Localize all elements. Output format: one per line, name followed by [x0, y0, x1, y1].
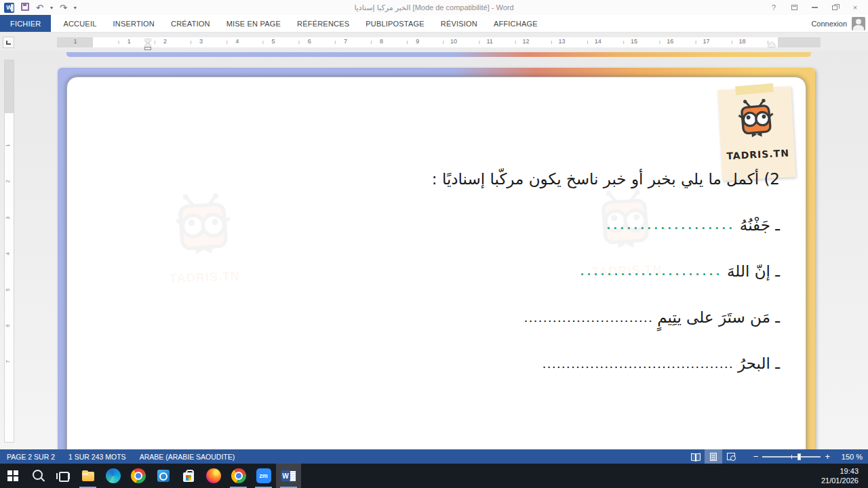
- windows-taskbar: zm W 19:43 21/01/2026: [0, 464, 868, 488]
- zoom-in-button[interactable]: +: [821, 452, 834, 461]
- zoom-slider-notch: [791, 455, 792, 459]
- undo-dropdown-arrow[interactable]: ▾: [50, 5, 53, 11]
- undo-button[interactable]: ↶: [36, 3, 43, 12]
- chrome[interactable]: [226, 464, 251, 488]
- store[interactable]: [176, 464, 201, 488]
- zoom-out-button[interactable]: −: [749, 452, 763, 461]
- left-indent-marker[interactable]: [144, 47, 151, 50]
- ruler-number: 7: [339, 38, 351, 45]
- close-button[interactable]: ×: [846, 1, 864, 14]
- outlook[interactable]: [151, 464, 176, 488]
- word-count[interactable]: 1 SUR 243 MOTS: [62, 453, 133, 461]
- redo-button[interactable]: ↷: [60, 3, 67, 12]
- ruler-margin-number: 1: [69, 38, 81, 45]
- word[interactable]: W: [276, 464, 301, 488]
- icon-detail: [290, 471, 296, 481]
- indent-markers[interactable]: [144, 39, 152, 50]
- search[interactable]: [25, 464, 50, 488]
- ribbon-tab[interactable]: AFFICHAGE: [486, 15, 546, 32]
- document-line: ـ مَن ستَرَ على يتِيمٍ .................…: [119, 294, 780, 340]
- document-title: الخبر مركبا إسناديا [Mode de compatibili…: [0, 3, 868, 12]
- ribbon-tab[interactable]: RÉVISION: [433, 15, 486, 32]
- taskbar-clock[interactable]: 19:43 21/01/2026: [821, 464, 868, 488]
- ruler-number: 6: [5, 324, 11, 327]
- customize-qat-button[interactable]: ▾: [74, 5, 77, 11]
- ribbon-tab[interactable]: INSERTION: [105, 15, 163, 32]
- arabic-text: ـ مَن ستَرَ على يتِيمٍ: [657, 308, 780, 326]
- ribbon-tab[interactable]: RÉFÉRENCES: [289, 15, 357, 32]
- zoom-slider[interactable]: [762, 456, 821, 458]
- arabic-text: ـ جَفْنُهُ: [740, 216, 780, 234]
- ribbon-tab[interactable]: FICHIER: [0, 15, 51, 32]
- dotted-blank: ...........................: [524, 310, 654, 325]
- minimize-icon: [812, 7, 818, 8]
- ruler-number: 5: [267, 38, 279, 45]
- connexion-label[interactable]: Connexion: [811, 20, 847, 28]
- start[interactable]: [0, 464, 25, 488]
- ruler-number: 11: [484, 38, 496, 45]
- ruler-number: 13: [556, 38, 568, 45]
- ribbon-tab[interactable]: PUBLIPOSTAGE: [357, 15, 433, 32]
- icon-detail: [186, 475, 191, 481]
- ribbon-tab[interactable]: ACCUEIL: [55, 15, 104, 32]
- ruler-number: 6: [303, 38, 315, 45]
- zoom-slider-handle[interactable]: [797, 453, 801, 460]
- status-right: − + 150 %: [687, 449, 868, 464]
- word-app-icon: W: [4, 3, 14, 13]
- edge[interactable]: [100, 464, 125, 488]
- save-icon: [21, 3, 29, 11]
- ruler-number: 7: [5, 361, 11, 363]
- ruler-number: 16: [664, 38, 676, 45]
- restore-button[interactable]: [826, 1, 844, 14]
- horizontal-ruler[interactable]: 1 123456789101112131415161718: [57, 37, 821, 47]
- web-layout-icon: [727, 453, 735, 460]
- user-avatar-icon[interactable]: [852, 17, 865, 30]
- clock-time: 19:43: [821, 466, 859, 476]
- ruler-number: 3: [195, 38, 208, 45]
- minimize-button[interactable]: [806, 1, 823, 14]
- dotted-blank: .....................: [580, 264, 723, 279]
- ruler-number: 2: [159, 38, 171, 45]
- document-line: 2) أكمل ما يلي بخبر أو خبر ناسخ يكون مرك…: [119, 156, 780, 202]
- ribbon-tab[interactable]: MISE EN PAGE: [218, 15, 289, 32]
- explorer[interactable]: [75, 464, 100, 488]
- ruler-number: 18: [736, 38, 749, 45]
- ruler-number: 15: [628, 38, 640, 45]
- help-button[interactable]: ?: [765, 1, 783, 14]
- firefox[interactable]: [201, 464, 226, 488]
- print-layout-icon: [710, 453, 717, 461]
- chrome[interactable]: [125, 464, 151, 488]
- zoom-level[interactable]: 150 %: [834, 453, 863, 461]
- page-indicator[interactable]: PAGE 2 SUR 2: [0, 453, 62, 461]
- ribbon-tab[interactable]: CRÉATION: [163, 15, 218, 32]
- zoomapp[interactable]: zm: [251, 464, 276, 488]
- ribbon-display-options-button[interactable]: [785, 1, 803, 14]
- vertical-ruler[interactable]: 1234567: [4, 60, 14, 443]
- right-indent-marker[interactable]: [768, 42, 776, 47]
- window-controls: ? ×: [765, 1, 868, 14]
- taskview[interactable]: [50, 464, 75, 488]
- print-layout-button[interactable]: [705, 449, 722, 464]
- ruler-number: 8: [376, 38, 388, 45]
- document-page: TADRIS.TN TADRIS.TN: [58, 68, 815, 449]
- dotted-blank: ...................: [607, 218, 736, 232]
- arabic-text: 2) أكمل ما يلي بخبر أو خبر ناسخ يكون مرك…: [432, 170, 780, 188]
- document-line: ـ جَفْنُهُ ...................: [119, 202, 780, 248]
- clock-date: 21/01/2026: [821, 476, 859, 485]
- status-left: PAGE 2 SUR 2 1 SUR 243 MOTS ARABE (ARABI…: [0, 453, 241, 461]
- read-mode-icon: [691, 453, 701, 460]
- save-button[interactable]: [21, 1, 29, 14]
- arabic-text: ـ إنّ اللهَ: [727, 262, 780, 280]
- web-layout-button[interactable]: [722, 449, 740, 464]
- tab-stop-icon: [6, 41, 11, 45]
- language-indicator[interactable]: ARABE (ARABIE SAOUDITE): [133, 453, 242, 461]
- tab-stop-selector[interactable]: [3, 37, 14, 48]
- previous-page-border: [66, 52, 811, 57]
- connexion-area: Connexion: [811, 15, 868, 33]
- ruler-number: 5: [5, 288, 11, 291]
- ruler-number: 10: [448, 38, 460, 45]
- document-text[interactable]: 2) أكمل ما يلي بخبر أو خبر ناسخ يكون مرك…: [119, 156, 780, 386]
- read-mode-button[interactable]: [687, 449, 705, 464]
- ruler-number: 1: [5, 144, 11, 146]
- hanging-indent-marker[interactable]: [144, 43, 151, 47]
